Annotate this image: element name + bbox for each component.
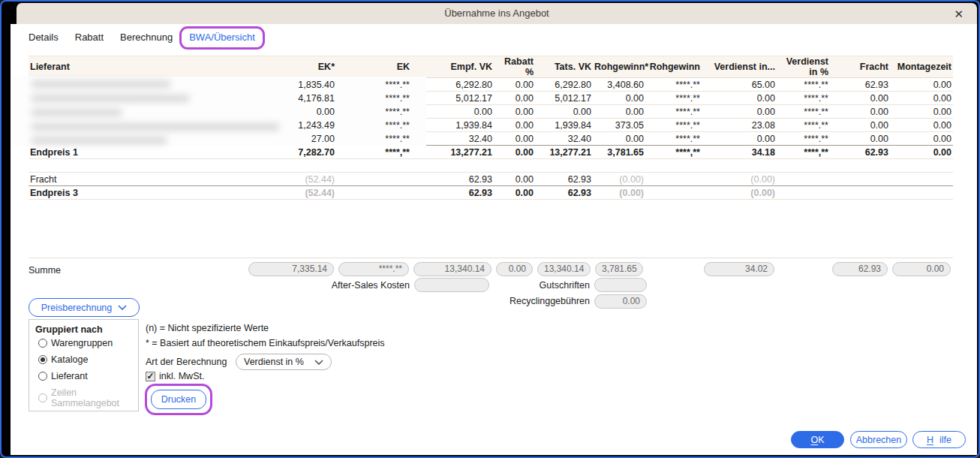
- summe-field[interactable]: 0.00: [496, 262, 533, 276]
- recycling-label: Recyclinggebühren: [470, 296, 590, 306]
- value-cell: ****.**: [777, 132, 830, 146]
- value-cell: 0.00: [494, 132, 535, 146]
- drucken-button[interactable]: Drucken: [151, 390, 206, 409]
- value-cell: [645, 186, 702, 200]
- art-der-berechnung-select[interactable]: Verdienst in %: [236, 354, 332, 370]
- summe-field[interactable]: 3,781.65: [595, 262, 643, 276]
- value-cell: (0.00): [702, 173, 777, 186]
- value-cell: 0.00: [494, 105, 535, 119]
- legend-line-1: (n) = Nicht spezifizierte Werte: [146, 323, 269, 333]
- value-cell: 0.00: [535, 105, 593, 119]
- value-cell: ****,**: [645, 146, 702, 159]
- column-header: Lieferant: [29, 56, 246, 78]
- value-cell: 0.00: [890, 92, 953, 105]
- summe-field[interactable]: 13,340.14: [413, 262, 492, 276]
- value-cell: ****,**: [336, 146, 411, 159]
- radio-lieferant[interactable]: Lieferant: [38, 371, 132, 381]
- value-cell: ****.**: [645, 92, 702, 105]
- tab-details[interactable]: Details: [29, 32, 59, 50]
- value-cell: 0.00: [890, 119, 953, 132]
- value-cell: 0.00: [890, 105, 953, 119]
- radio-kataloge[interactable]: Kataloge: [38, 354, 132, 365]
- redacted-supplier-names: [11, 77, 426, 146]
- summe-field[interactable]: 7,335.14: [248, 262, 334, 276]
- radio-selected-icon[interactable]: [38, 355, 47, 364]
- value-cell: ****.**: [645, 105, 702, 119]
- value-cell: 62.93: [535, 186, 593, 200]
- radio-icon[interactable]: [38, 339, 47, 348]
- value-cell: (52.44): [246, 173, 336, 186]
- radio-label: Kataloge: [51, 354, 88, 365]
- value-cell: [890, 186, 953, 200]
- mwst-label: inkl. MwSt.: [159, 371, 204, 381]
- column-header: Rabatt %: [494, 56, 535, 78]
- table-row: Endpreis 3(52.44)62.930.0062.93(0.00)(0.…: [29, 186, 953, 200]
- value-cell: 0.00: [890, 78, 953, 92]
- tab-berechnung[interactable]: Berechnung: [120, 32, 173, 50]
- chevron-down-icon: [314, 360, 323, 365]
- spacer-row: [29, 159, 953, 173]
- value-cell: 0.00: [702, 132, 777, 146]
- column-header: Montagezeit: [890, 56, 953, 78]
- abbrechen-button[interactable]: Abbrechen: [850, 431, 907, 448]
- preisberechnung-button[interactable]: Preisberechnung: [29, 298, 140, 317]
- column-header: Verdienst in %: [777, 56, 830, 78]
- radio-warengruppen[interactable]: Warengruppen: [38, 338, 132, 348]
- column-header: Tats. VK: [535, 56, 593, 78]
- column-header: Verdienst in...: [702, 56, 777, 78]
- value-cell: 6,292.80: [535, 78, 593, 92]
- value-cell: 13,277.21: [535, 146, 593, 159]
- value-cell: 0.00: [494, 78, 535, 92]
- value-cell: ****.**: [645, 78, 702, 92]
- value-cell: 0.00: [494, 173, 535, 186]
- value-cell: 62.93: [411, 173, 494, 186]
- column-header: Empf. VK: [411, 56, 494, 78]
- row-label-cell: Endpreis 3: [29, 186, 246, 200]
- tab-rabatt[interactable]: Rabatt: [75, 32, 104, 50]
- ok-button[interactable]: OK: [791, 431, 844, 448]
- value-cell: ****.**: [777, 92, 830, 105]
- column-header: EK: [336, 56, 411, 78]
- radio-icon[interactable]: [38, 393, 47, 402]
- summe-field[interactable]: 13,340.14: [537, 262, 591, 276]
- dialog-title: Übernahme ins Angebot: [17, 3, 977, 24]
- summe-label: Summe: [29, 265, 61, 276]
- summe-field[interactable]: 62.93: [832, 262, 888, 276]
- value-cell: 0.00: [890, 132, 953, 146]
- summe-table: Summe7,335.14****.**13,340.140.0013,340.…: [29, 261, 953, 277]
- value-cell: 65.00: [702, 78, 777, 92]
- recycling-field[interactable]: 0.00: [594, 294, 647, 309]
- radio-label: Zeilen Sammelangebot: [51, 387, 132, 408]
- value-cell: 0.00: [494, 186, 535, 200]
- value-cell: 62.93: [535, 173, 593, 186]
- gutschriften-field[interactable]: [594, 278, 647, 292]
- value-cell: 5,012.17: [535, 92, 593, 105]
- value-cell: ****.**: [777, 78, 830, 92]
- mwst-checkbox-row[interactable]: ✓ inkl. MwSt.: [146, 371, 204, 381]
- value-cell: (0.00): [702, 186, 777, 200]
- row-label-cell: Endpreis 1: [29, 146, 246, 159]
- close-icon[interactable]: ✕: [951, 6, 966, 23]
- hilfe-button[interactable]: Hilfe: [912, 431, 966, 448]
- tabs: DetailsRabattBerechnungBWA/Übersicht: [29, 32, 255, 50]
- art-der-berechnung-value: Verdienst in %: [244, 357, 304, 367]
- value-cell: 0.00: [494, 92, 535, 105]
- groupbox-title: Gruppiert nach: [35, 324, 132, 335]
- title-bar: Übernahme ins Angebot ✕: [17, 3, 977, 24]
- tab-bwa-bersicht[interactable]: BWA/Übersicht: [189, 32, 255, 50]
- value-cell: 62.93: [830, 78, 890, 92]
- radio-label: Lieferant: [51, 371, 88, 381]
- value-cell: 0.00: [702, 92, 777, 105]
- radio-icon[interactable]: [38, 372, 47, 381]
- value-cell: ****.**: [645, 119, 702, 132]
- summe-field[interactable]: 0.00: [892, 262, 951, 276]
- art-der-berechnung-label: Art der Berechnung: [146, 357, 227, 367]
- value-cell: [777, 173, 830, 186]
- column-header: EK*: [246, 56, 336, 78]
- value-cell: 373.05: [593, 119, 645, 132]
- value-cell: ****.**: [645, 132, 702, 146]
- checkbox-checked-icon[interactable]: ✓: [146, 372, 155, 381]
- summe-field[interactable]: ****.**: [338, 262, 409, 276]
- summe-field[interactable]: 34.02: [704, 262, 774, 276]
- value-cell: [777, 186, 830, 200]
